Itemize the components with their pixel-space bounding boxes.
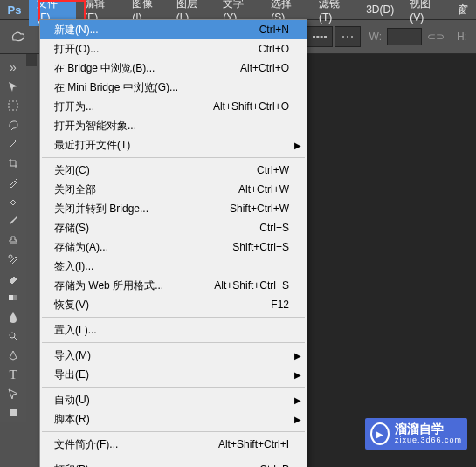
menu-close-bridge[interactable]: 关闭并转到 Bridge... Shift+Ctrl+W — [40, 199, 307, 218]
brush-tool-icon[interactable] — [3, 211, 24, 230]
svg-rect-9 — [10, 409, 17, 416]
watermark: ▶ 溜溜自学 zixue.3d66.com — [365, 418, 467, 450]
menu-separator — [42, 157, 305, 158]
crop-tool-icon[interactable] — [3, 154, 24, 173]
shape-tool-icon[interactable] — [3, 403, 24, 422]
history-brush-icon[interactable] — [3, 250, 24, 269]
height-label: H: — [457, 31, 467, 43]
svg-point-1 — [342, 36, 344, 38]
file-menu-dropdown: 新建(N)... Ctrl+N 打开(O)... Ctrl+O 在 Bridge… — [39, 19, 307, 467]
blur-tool-icon[interactable] — [3, 307, 24, 326]
menu-separator — [42, 387, 305, 388]
menu-automate[interactable]: 自动(U) ▶ — [40, 390, 307, 409]
submenu-arrow-icon: ▶ — [294, 370, 301, 380]
menu-import[interactable]: 导入(M) ▶ — [40, 346, 307, 365]
svg-point-3 — [351, 36, 353, 38]
eraser-tool-icon[interactable] — [3, 269, 24, 288]
menu-close-all[interactable]: 关闭全部 Alt+Ctrl+W — [40, 180, 307, 199]
link-icon[interactable]: ⊂⊃ — [427, 31, 445, 43]
heal-tool-icon[interactable] — [3, 192, 24, 211]
submenu-arrow-icon: ▶ — [294, 415, 301, 424]
menu-open[interactable]: 打开(O)... Ctrl+O — [40, 39, 307, 58]
menu-view[interactable]: 视图(V) — [402, 0, 450, 26]
menu-separator — [42, 317, 305, 318]
menubar: Ps 文件(F) 编辑(E) 图像(I) 图层(L) 文字(Y) 选择(S) 滤… — [0, 0, 476, 19]
width-input[interactable] — [387, 28, 422, 45]
svg-point-2 — [347, 36, 348, 38]
path-tool-icon[interactable] — [3, 384, 24, 403]
menu-separator — [42, 342, 305, 343]
watermark-title: 溜溜自学 — [395, 422, 462, 436]
current-tool-icon[interactable] — [5, 24, 31, 49]
gradient-tool-icon[interactable] — [3, 288, 24, 307]
watermark-sub: zixue.3d66.com — [395, 436, 462, 445]
dodge-tool-icon[interactable] — [3, 326, 24, 346]
marquee-tool-icon[interactable] — [3, 96, 24, 115]
menu-place[interactable]: 置入(L)... — [40, 320, 307, 340]
menu-print[interactable]: 打印(P)... Ctrl+P — [40, 460, 307, 467]
menu-browse-bridge[interactable]: 在 Bridge 中浏览(B)... Alt+Ctrl+O — [40, 58, 307, 78]
menu-separator — [42, 457, 305, 457]
menu-close[interactable]: 关闭(C) Ctrl+W — [40, 161, 307, 180]
menu-recent[interactable]: 最近打开文件(T) ▶ — [40, 135, 307, 155]
menu-open-smart[interactable]: 打开为智能对象... — [40, 116, 307, 135]
mode-btn-4[interactable] — [335, 26, 361, 47]
submenu-arrow-icon: ▶ — [294, 141, 301, 150]
menu-save-web[interactable]: 存储为 Web 所用格式... Alt+Shift+Ctrl+S — [40, 276, 307, 295]
svg-rect-7 — [9, 295, 13, 300]
lasso-tool-icon[interactable] — [3, 115, 24, 134]
left-strip — [26, 54, 37, 66]
mode-btn-3[interactable] — [307, 26, 333, 47]
menu-save-as[interactable]: 存储为(A)... Shift+Ctrl+S — [40, 237, 307, 257]
menu-revert[interactable]: 恢复(V) F12 — [40, 295, 307, 314]
menu-window[interactable]: 窗 — [450, 0, 476, 20]
menu-scripts[interactable]: 脚本(R) ▶ — [40, 409, 307, 429]
menu-open-as[interactable]: 打开为... Alt+Shift+Ctrl+O — [40, 97, 307, 116]
width-label: W: — [369, 31, 382, 43]
svg-point-5 — [9, 255, 12, 258]
svg-rect-4 — [9, 101, 17, 110]
tools-panel: » T — [0, 54, 26, 422]
menu-new[interactable]: 新建(N)... Ctrl+N — [40, 20, 307, 39]
menu-save[interactable]: 存储(S) Ctrl+S — [40, 218, 307, 237]
move-tool-icon[interactable] — [3, 77, 24, 96]
menu-3d[interactable]: 3D(D) — [358, 1, 402, 18]
play-icon: ▶ — [370, 422, 390, 445]
menu-separator — [42, 431, 305, 432]
submenu-arrow-icon: ▶ — [294, 395, 301, 405]
menu-export[interactable]: 导出(E) ▶ — [40, 365, 307, 384]
double-arrow-icon[interactable]: » — [3, 58, 24, 77]
stamp-tool-icon[interactable] — [3, 230, 24, 250]
menu-fileinfo[interactable]: 文件简介(F)... Alt+Shift+Ctrl+I — [40, 435, 307, 454]
menu-checkin[interactable]: 签入(I)... — [40, 257, 307, 276]
ps-logo: Ps — [0, 0, 29, 19]
canvas-area — [306, 54, 476, 467]
wand-tool-icon[interactable] — [3, 134, 24, 154]
menu-browse-minibridge[interactable]: 在 Mini Bridge 中浏览(G)... — [40, 78, 307, 97]
menu-filter[interactable]: 滤镜(T) — [311, 0, 358, 26]
pen-tool-icon[interactable] — [3, 346, 24, 365]
submenu-arrow-icon: ▶ — [294, 351, 301, 361]
eyedropper-tool-icon[interactable] — [3, 173, 24, 192]
type-tool-icon[interactable]: T — [3, 365, 24, 384]
